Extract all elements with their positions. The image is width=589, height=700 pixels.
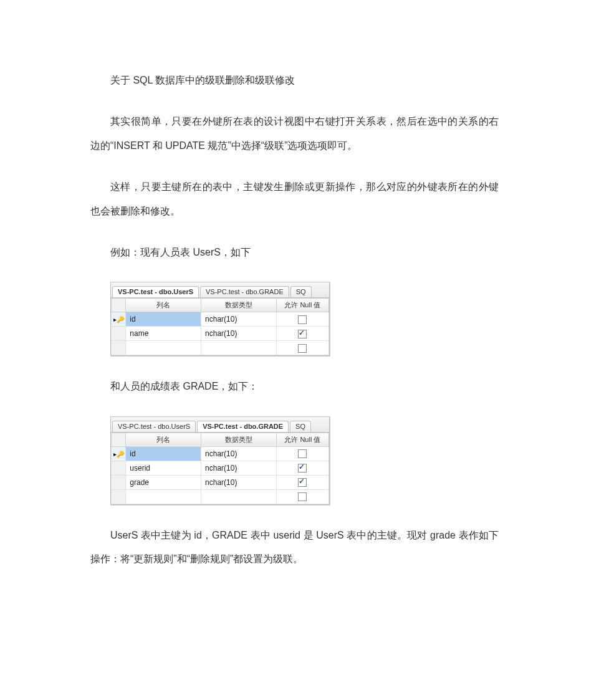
- cell-column-name[interactable]: name: [126, 327, 201, 341]
- table-row[interactable]: ▸🔑 id nchar(10): [112, 312, 329, 327]
- tab-grade[interactable]: VS-PC.test - dbo.GRADE: [200, 286, 289, 297]
- cell-column-name[interactable]: userid: [126, 461, 201, 475]
- cell-data-type[interactable]: nchar(10): [201, 446, 277, 461]
- cell-column-name[interactable]: id: [126, 446, 201, 461]
- row-gutter: [112, 489, 126, 504]
- grid-header-row: 列名 数据类型 允许 Null 值: [112, 433, 329, 446]
- grid-header-colname: 列名: [126, 299, 201, 312]
- cell-allow-null[interactable]: [276, 489, 328, 504]
- grid-header-datatype: 数据类型: [201, 299, 277, 312]
- cell-data-type[interactable]: nchar(10): [201, 461, 277, 475]
- paragraph-intro: 其实很简单，只要在外键所在表的设计视图中右键打开关系表，然后在选中的关系的右边的…: [90, 110, 499, 158]
- table-row[interactable]: ▸🔑 id nchar(10): [112, 446, 329, 461]
- checkbox-icon[interactable]: [298, 344, 307, 353]
- cell-allow-null[interactable]: [276, 327, 328, 341]
- cell-allow-null[interactable]: [276, 475, 328, 489]
- cell-data-type[interactable]: nchar(10): [201, 327, 277, 341]
- table-designer-users: VS-PC.test - dbo.UserS VS-PC.test - dbo.…: [110, 282, 330, 356]
- paragraph-effect: 这样，只要主键所在的表中，主键发生删除或更新操作，那么对应的外键表所在的外键也会…: [90, 175, 499, 223]
- table-row[interactable]: name nchar(10): [112, 327, 329, 341]
- row-gutter: [112, 341, 126, 355]
- cell-allow-null[interactable]: [276, 446, 328, 461]
- cell-allow-null[interactable]: [276, 312, 328, 327]
- paragraph-title: 关于 SQL 数据库中的级联删除和级联修改: [90, 69, 499, 92]
- checkbox-icon[interactable]: [298, 449, 307, 458]
- grid-header-datatype: 数据类型: [201, 433, 277, 446]
- table-designer-grade: VS-PC.test - dbo.UserS VS-PC.test - dbo.…: [110, 416, 330, 505]
- checkbox-icon[interactable]: [298, 330, 307, 338]
- cell-column-name[interactable]: [126, 489, 201, 504]
- columns-grid: 列名 数据类型 允许 Null 值 ▸🔑 id nchar(10): [111, 298, 329, 355]
- cell-column-name[interactable]: id: [126, 312, 201, 327]
- tab-bar: VS-PC.test - dbo.UserS VS-PC.test - dbo.…: [111, 417, 329, 433]
- cell-allow-null[interactable]: [276, 461, 328, 475]
- columns-grid: 列名 数据类型 允许 Null 值 ▸🔑 id nchar(10): [111, 433, 329, 504]
- row-gutter: [112, 475, 126, 489]
- figure-grade-table: VS-PC.test - dbo.UserS VS-PC.test - dbo.…: [110, 416, 499, 505]
- row-gutter: [112, 461, 126, 475]
- cell-allow-null[interactable]: [276, 341, 328, 355]
- checkbox-icon[interactable]: [298, 464, 307, 472]
- checkbox-icon[interactable]: [298, 315, 307, 324]
- cell-column-name[interactable]: grade: [126, 475, 201, 489]
- grid-header-gutter: [112, 299, 126, 312]
- row-gutter: [112, 327, 126, 341]
- row-gutter: ▸🔑: [112, 312, 126, 327]
- cell-data-type[interactable]: [201, 341, 277, 355]
- table-row[interactable]: grade nchar(10): [112, 475, 329, 489]
- cell-data-type[interactable]: nchar(10): [201, 312, 277, 327]
- row-gutter: ▸🔑: [112, 446, 126, 461]
- tab-sq[interactable]: SQ: [290, 286, 312, 297]
- document-page: 关于 SQL 数据库中的级联删除和级联修改 其实很简单，只要在外键所在表的设计视…: [0, 0, 589, 626]
- figure-users-table: VS-PC.test - dbo.UserS VS-PC.test - dbo.…: [110, 282, 499, 356]
- grid-header-allownull: 允许 Null 值: [276, 299, 328, 312]
- primary-key-icon: ▸🔑: [113, 317, 124, 323]
- table-row-empty[interactable]: [112, 489, 329, 504]
- checkbox-icon[interactable]: [298, 492, 307, 501]
- tab-grade[interactable]: VS-PC.test - dbo.GRADE: [197, 421, 289, 433]
- checkbox-icon[interactable]: [298, 478, 307, 487]
- tab-sq[interactable]: SQ: [290, 421, 311, 432]
- cell-data-type[interactable]: [201, 489, 277, 504]
- cell-data-type[interactable]: nchar(10): [201, 475, 277, 489]
- primary-key-icon: ▸🔑: [113, 451, 124, 458]
- tab-bar: VS-PC.test - dbo.UserS VS-PC.test - dbo.…: [111, 282, 329, 298]
- grid-header-allownull: 允许 Null 值: [276, 433, 328, 446]
- paragraph-example-users: 例如：现有人员表 UserS，如下: [90, 241, 499, 264]
- cell-column-name[interactable]: [126, 341, 201, 355]
- grid-header-colname: 列名: [126, 433, 201, 446]
- tab-users[interactable]: VS-PC.test - dbo.UserS: [112, 421, 196, 432]
- table-row[interactable]: userid nchar(10): [112, 461, 329, 475]
- grid-header-row: 列名 数据类型 允许 Null 值: [112, 299, 329, 312]
- paragraph-conclusion: UserS 表中主键为 id，GRADE 表中 userid 是 UserS 表…: [90, 524, 499, 572]
- paragraph-example-grade: 和人员的成绩表 GRADE，如下：: [90, 375, 499, 398]
- grid-header-gutter: [112, 433, 126, 446]
- table-row-empty[interactable]: [112, 341, 329, 355]
- tab-users[interactable]: VS-PC.test - dbo.UserS: [112, 286, 199, 298]
